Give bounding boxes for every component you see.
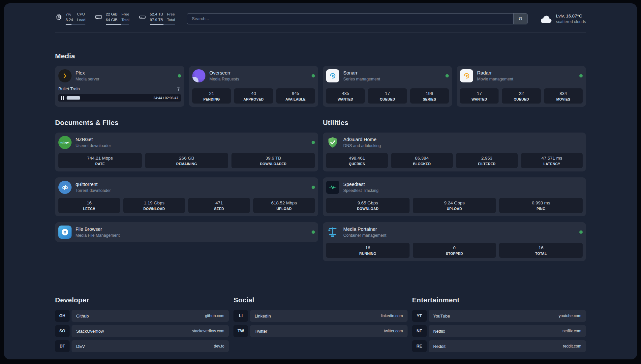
service-card-sonarr[interactable]: Sonarr Series management 485 WANTED 17 Q… (323, 66, 452, 107)
stat-label: LATENCY (522, 162, 581, 166)
stat-label: QUERIES (327, 162, 386, 166)
card-titles: NZBGet Usenet downloader (76, 137, 111, 148)
cpu-icon (55, 13, 62, 21)
ram-usage-bar (106, 24, 129, 25)
bookmark-name: YouTube (433, 314, 450, 318)
card-titles: File Browser Media File Management (76, 227, 120, 238)
disk-icon (138, 13, 146, 21)
bookmark-stackoverflow[interactable]: SO StackOverflow stackoverflow.com (55, 325, 229, 337)
bookmark-url: reddit.com (563, 344, 581, 349)
status-dot (178, 74, 181, 77)
card-titles: Plex Media server (76, 70, 99, 81)
ram-label-bottom: Total (121, 18, 129, 22)
bookmark-url: netflix.com (563, 329, 581, 333)
card-header: qb qBittorrent Torrent downloader (58, 181, 315, 194)
stat-rate: 744.21 Mbps RATE (58, 153, 142, 168)
service-card-nzbget[interactable]: nzbget NZBGet Usenet downloader 744.21 M… (55, 133, 318, 171)
bookmark-abbr: DT (55, 340, 70, 352)
bookmark-url: dev.to (214, 344, 225, 349)
stat-value: 744.21 Mbps (60, 156, 140, 161)
bookmark-linkedin[interactable]: LI LinkedIn linkedin.com (233, 310, 407, 322)
cpu-usage-bar (66, 24, 85, 25)
stat-label: DOWNLOAD (125, 207, 184, 211)
filebrowser-icon (58, 226, 72, 239)
bookmark-name: DEV (76, 344, 85, 349)
plex-icon (58, 69, 72, 82)
disk-widget: 52.4 TB 97.9 TB Free Total (138, 13, 175, 25)
qbittorrent-stats: 16 LEECH 1.19 Gbps DOWNLOAD 471 SEED 6 (58, 198, 315, 213)
service-name: NZBGet (76, 137, 111, 142)
search-provider-button[interactable]: G (513, 14, 527, 24)
status-dot (579, 74, 583, 77)
bookmark-abbr: SO (55, 325, 70, 337)
plex-player-bar: 24:44 / 02:06:47 (58, 94, 181, 102)
now-playing-row: Bullet Train (58, 86, 181, 91)
bookmark-body: LinkedIn linkedin.com (250, 310, 407, 322)
service-card-speedtest[interactable]: Speedtest Speedtest Tracking 9.65 Gbps D… (323, 177, 586, 216)
ram-total: 64 GiB (106, 18, 117, 22)
stat-label: FILTERED (457, 162, 516, 166)
service-card-portainer[interactable]: Media Portainer Container management 16 … (323, 222, 586, 261)
service-card-filebrowser[interactable]: File Browser Media File Management (55, 222, 318, 242)
service-card-overseerr[interactable]: Overseerr Media Requests 21 PENDING 40 A… (189, 66, 318, 107)
stat-value: 86,384 (392, 156, 451, 161)
service-name: Radarr (477, 70, 513, 76)
bookmark-youtube[interactable]: YT YouTube youtube.com (412, 310, 586, 322)
service-subtitle: Media server (76, 77, 99, 81)
stat-available: 945 AVAILABLE (276, 88, 315, 104)
bookmark-twitter[interactable]: TW Twitter twitter.com (233, 325, 407, 337)
cpu-percent: 7% (66, 13, 73, 16)
bookmark-body: StackOverflow stackoverflow.com (72, 325, 229, 337)
stat-value: 16 (60, 200, 119, 205)
service-card-plex[interactable]: Plex Media server Bullet Train (55, 66, 184, 107)
ram-label-top: Free (121, 13, 129, 16)
service-card-radarr[interactable]: Radarr Movie management 17 WANTED 22 QUE… (457, 66, 586, 107)
search-input[interactable] (187, 14, 513, 24)
service-card-adguard[interactable]: AdGuard Home DNS and adblocking 498,461 … (323, 133, 586, 171)
stat-filtered: 2,953 FILTERED (456, 153, 518, 168)
stat-wanted: 485 WANTED (326, 88, 365, 104)
card-titles: Media Portainer Container management (343, 227, 386, 238)
service-name: Overseerr (209, 70, 239, 76)
stat-wanted: 17 WANTED (460, 88, 499, 104)
bookmark-github[interactable]: GH Github github.com (55, 310, 229, 322)
pause-icon[interactable] (61, 96, 64, 100)
weather-widget[interactable]: Lviv, 16.87°C scattered clouds (539, 14, 586, 24)
gear-icon[interactable] (176, 86, 181, 91)
service-subtitle: Speedtest Tracking (343, 188, 379, 193)
stat-label: BLOCKED (392, 162, 451, 166)
playback-progress-track[interactable] (67, 96, 151, 100)
service-card-qbittorrent[interactable]: qb qBittorrent Torrent downloader 16 LEE… (55, 177, 318, 216)
resource-widgets: 7% 3.24 CPU Load (55, 13, 175, 25)
bookmark-reddit[interactable]: RE Reddit reddit.com (412, 340, 586, 352)
service-subtitle: Media Requests (209, 77, 239, 81)
service-subtitle: DNS and adblocking (343, 143, 381, 148)
status-dot (312, 74, 315, 77)
card-header: Plex Media server (58, 69, 181, 82)
stat-stopped: 0 STOPPED (413, 243, 496, 258)
service-name: AdGuard Home (343, 137, 381, 142)
bookmark-url: stackoverflow.com (192, 329, 224, 333)
ram-bar-fill (106, 24, 121, 25)
card-titles: Overseerr Media Requests (209, 70, 239, 81)
cpu-numbers: 7% 3.24 (66, 13, 73, 22)
stat-value: 9.24 Gbps (414, 200, 495, 205)
stat-approved: 40 APPROVED (234, 88, 273, 104)
dashboard-app: 7% 3.24 CPU Load (4, 3, 637, 359)
cpu-label-top: CPU (77, 13, 85, 16)
nzbget-stats: 744.21 Mbps RATE 266 GB REMAINING 39.6 T… (58, 153, 315, 168)
bookmark-columns: Developer GH Github github.com SO StackO… (55, 296, 586, 355)
cpu-readout: 7% 3.24 CPU Load (66, 13, 85, 25)
card-header: Radarr Movie management (460, 69, 583, 82)
nzbget-icon: nzbget (58, 136, 72, 149)
stat-blocked: 86,384 BLOCKED (391, 153, 453, 168)
adguard-icon (326, 136, 339, 149)
portainer-icon (326, 226, 339, 239)
service-name: Speedtest (343, 182, 379, 187)
bookmark-netflix[interactable]: NF Netflix netflix.com (412, 325, 586, 337)
stat-downloaded: 39.6 TB DOWNLOADED (231, 153, 315, 168)
service-subtitle: Usenet downloader (76, 143, 111, 148)
card-header: nzbget NZBGet Usenet downloader (58, 136, 315, 149)
ram-widget: 22 GiB 64 GiB Free Total (95, 13, 129, 25)
bookmark-dev[interactable]: DT DEV dev.to (55, 340, 229, 352)
